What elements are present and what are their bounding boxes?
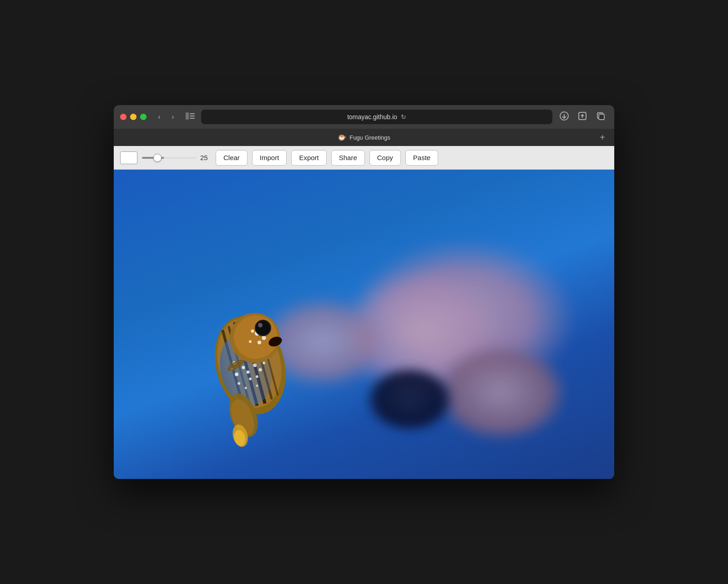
svg-point-38 — [262, 336, 266, 340]
url-text: tomayac.github.io — [347, 113, 397, 121]
new-tab-icon: + — [600, 132, 605, 143]
sidebar-toggle-button[interactable] — [184, 111, 197, 123]
nav-buttons: ‹ › — [153, 111, 179, 123]
import-label: Import — [260, 154, 279, 161]
copy-label: Copy — [377, 154, 393, 161]
export-button[interactable]: Export — [291, 150, 326, 166]
download-button[interactable] — [557, 110, 571, 124]
back-icon: ‹ — [158, 113, 160, 121]
forward-button[interactable]: › — [167, 111, 179, 123]
brush-size-value: 25 — [200, 154, 211, 161]
title-bar: ‹ › tomayac.github.io ↻ — [114, 105, 614, 129]
svg-point-30 — [263, 362, 265, 364]
coral-dark-decoration — [364, 365, 455, 433]
svg-point-32 — [245, 387, 247, 389]
svg-point-26 — [259, 368, 262, 372]
copy-button[interactable]: Copy — [369, 150, 401, 166]
svg-point-31 — [238, 382, 240, 385]
svg-point-39 — [258, 341, 261, 344]
svg-rect-3 — [190, 118, 195, 119]
share-button[interactable]: Share — [331, 150, 365, 166]
tab-title-text: Fugu Greetings — [349, 134, 390, 141]
svg-rect-0 — [186, 112, 189, 120]
tabs-button[interactable] — [593, 110, 608, 124]
fish-image — [187, 274, 332, 465]
brush-size-control: 25 — [142, 154, 211, 161]
svg-rect-9 — [599, 114, 604, 120]
svg-point-45 — [258, 323, 263, 327]
svg-point-25 — [247, 371, 250, 374]
clear-label: Clear — [223, 154, 240, 161]
app-toolbar: 25 Clear Import Export Share Copy Paste — [114, 146, 614, 170]
export-label: Export — [299, 154, 318, 161]
brush-size-slider[interactable] — [142, 157, 197, 159]
svg-point-44 — [256, 321, 270, 335]
download-icon — [560, 111, 569, 123]
svg-point-24 — [253, 363, 257, 367]
share-label: Share — [339, 154, 357, 161]
new-tab-button[interactable]: + — [596, 131, 609, 144]
import-button[interactable]: Import — [252, 150, 287, 166]
sidebar-icon — [186, 112, 195, 121]
reload-icon: ↻ — [401, 113, 406, 121]
svg-point-42 — [249, 340, 252, 343]
minimize-button[interactable] — [130, 114, 136, 120]
share-icon — [578, 111, 587, 123]
svg-point-33 — [256, 385, 258, 387]
reload-button[interactable]: ↻ — [401, 113, 406, 121]
svg-point-23 — [242, 366, 245, 369]
color-picker[interactable] — [120, 151, 137, 164]
svg-point-27 — [235, 373, 238, 376]
paste-button[interactable]: Paste — [405, 150, 438, 166]
forward-icon: › — [172, 113, 174, 121]
back-button[interactable]: ‹ — [153, 111, 166, 123]
svg-rect-2 — [190, 116, 195, 116]
traffic-lights — [120, 114, 147, 120]
address-bar[interactable]: tomayac.github.io ↻ — [201, 110, 552, 124]
canvas-area[interactable] — [114, 170, 614, 479]
tab-bar: 🐡 Fugu Greetings + — [114, 129, 614, 146]
tab-favicon: 🐡 — [338, 133, 347, 142]
svg-rect-1 — [190, 113, 195, 114]
paste-label: Paste — [413, 154, 430, 161]
close-button[interactable] — [120, 114, 126, 120]
active-tab[interactable]: 🐡 Fugu Greetings — [338, 133, 390, 142]
maximize-button[interactable] — [140, 114, 147, 120]
svg-point-29 — [256, 375, 258, 378]
tabs-icon — [596, 111, 605, 123]
browser-actions — [557, 110, 608, 124]
clear-button[interactable]: Clear — [216, 150, 248, 166]
svg-point-40 — [251, 330, 254, 333]
svg-point-28 — [249, 378, 252, 380]
share-browser-button[interactable] — [575, 110, 590, 124]
browser-window: ‹ › tomayac.github.io ↻ — [114, 105, 614, 479]
